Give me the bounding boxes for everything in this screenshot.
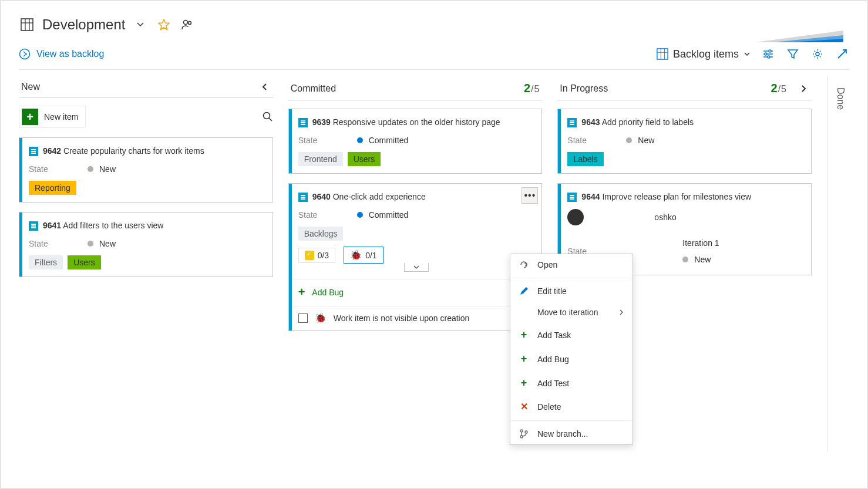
menu-label: Add Test xyxy=(537,379,569,388)
menu-label: Add Bug xyxy=(537,355,569,364)
column-title: Committed xyxy=(291,83,336,94)
column-done-collapsed[interactable]: Done xyxy=(827,76,849,451)
tag-reporting[interactable]: Reporting xyxy=(29,181,76,195)
search-icon[interactable] xyxy=(263,112,273,122)
task-count-pill[interactable]: 0/3 xyxy=(298,248,335,263)
svg-point-4 xyxy=(184,21,188,25)
menu-delete[interactable]: ✕ Delete xyxy=(510,395,633,418)
column-title: In Progress xyxy=(560,83,608,94)
tag-frontend[interactable]: Frontend xyxy=(298,152,343,166)
card-id: 9639 xyxy=(312,117,331,127)
page-header: Development xyxy=(19,13,849,36)
view-as-backlog-label: View as backlog xyxy=(36,49,104,59)
svg-point-21 xyxy=(263,113,270,119)
plus-icon: + xyxy=(519,329,529,341)
svg-point-19 xyxy=(768,56,770,58)
state-label: State xyxy=(298,136,322,145)
card-title: Add filters to the users view xyxy=(63,221,163,230)
tag-backlogs[interactable]: Backlogs xyxy=(298,227,344,241)
card-actions-button[interactable]: ••• xyxy=(522,187,538,204)
card-title: Add priority field to labels xyxy=(602,117,694,127)
filter-icon[interactable] xyxy=(786,47,800,61)
svg-point-24 xyxy=(520,436,523,438)
kanban-board: New + New item xyxy=(19,76,849,451)
assignee-name: oshko xyxy=(590,213,676,222)
plus-icon: + xyxy=(519,377,529,389)
state-value: New xyxy=(694,255,711,264)
menu-open[interactable]: Open xyxy=(510,254,633,275)
column-committed: Committed 2/5 9639 Responsive updates on… xyxy=(288,76,543,451)
state-label: State xyxy=(298,210,322,220)
task-count: 0/3 xyxy=(318,251,329,260)
done-column-label: Done xyxy=(827,76,849,122)
card-id: 9640 xyxy=(312,192,331,201)
menu-label: Edit title xyxy=(537,286,567,296)
fullscreen-icon[interactable] xyxy=(835,47,849,61)
menu-add-task[interactable]: + Add Task xyxy=(510,323,633,347)
settings-sliders-icon[interactable] xyxy=(761,47,775,61)
column-title: New xyxy=(21,82,40,92)
svg-point-9 xyxy=(20,49,30,59)
menu-label: Delete xyxy=(537,402,561,412)
view-as-backlog-link[interactable]: View as backlog xyxy=(19,48,104,60)
add-bug-row[interactable]: + Add Bug xyxy=(289,279,542,306)
state-value: New xyxy=(638,136,654,145)
gear-icon[interactable] xyxy=(810,47,825,61)
state-label: State xyxy=(567,136,591,145)
menu-add-bug[interactable]: + Add Bug xyxy=(510,347,633,371)
chevron-down-icon[interactable] xyxy=(132,16,149,33)
card-9641[interactable]: 9641 Add filters to the users view State… xyxy=(19,212,273,277)
menu-label: Move to iteration xyxy=(537,308,598,317)
tag-users[interactable]: Users xyxy=(348,152,381,166)
menu-new-branch[interactable]: New branch... xyxy=(510,423,633,444)
expand-right-icon[interactable] xyxy=(798,85,809,93)
bug-count: 0/1 xyxy=(365,251,376,260)
pbi-icon xyxy=(567,118,577,127)
menu-add-test[interactable]: + Add Test xyxy=(510,371,633,395)
collapse-left-icon[interactable] xyxy=(259,83,271,91)
svg-point-15 xyxy=(769,50,771,52)
card-id: 9642 xyxy=(43,146,61,156)
favorite-star-icon[interactable] xyxy=(156,16,172,33)
svg-rect-0 xyxy=(21,19,33,31)
column-new: New + New item xyxy=(19,76,273,451)
svg-point-17 xyxy=(765,53,767,55)
state-value: Committed xyxy=(369,210,409,220)
card-context-menu: Open Edit title Move to iteration + Add … xyxy=(510,254,633,445)
svg-line-22 xyxy=(269,118,272,121)
card-title: Create popularity charts for work items xyxy=(63,146,204,156)
plus-icon: + xyxy=(519,353,529,365)
state-label: State xyxy=(29,164,52,174)
toolbar: View as backlog Backlog items xyxy=(19,47,849,70)
tag-users[interactable]: Users xyxy=(68,255,101,269)
state-value: New xyxy=(99,164,116,174)
card-9642[interactable]: 9642 Create popularity charts for work i… xyxy=(19,137,273,203)
card-9639[interactable]: 9639 Responsive updates on the older his… xyxy=(288,109,543,174)
pbi-icon xyxy=(567,193,577,202)
card-id: 9641 xyxy=(43,221,61,230)
pbi-icon xyxy=(298,118,308,127)
svg-point-23 xyxy=(520,430,523,432)
task-icon xyxy=(305,251,314,260)
page-title[interactable]: Development xyxy=(42,16,125,33)
tag-labels[interactable]: Labels xyxy=(567,152,603,166)
wip-current: 2 xyxy=(524,82,531,95)
backlog-level-selector[interactable]: Backlog items xyxy=(657,48,751,60)
pbi-icon xyxy=(29,147,38,156)
child-work-item[interactable]: 🐞 Work item is not visible upon creation xyxy=(289,306,542,331)
sprint-burndown-chart xyxy=(743,13,849,48)
checkbox-icon[interactable] xyxy=(298,313,308,323)
backlog-level-label: Backlog items xyxy=(673,48,739,60)
card-title: Improve release plan for milestones view xyxy=(602,192,751,201)
card-9643[interactable]: 9643 Add priority field to labels State … xyxy=(557,109,812,174)
bug-count-pill[interactable]: 🐞 0/1 xyxy=(344,247,383,264)
card-id: 9643 xyxy=(581,117,600,127)
menu-move-to-iteration[interactable]: Move to iteration xyxy=(510,302,633,323)
wip-current: 2 xyxy=(771,82,778,95)
tag-filters[interactable]: Filters xyxy=(29,255,63,269)
menu-edit-title[interactable]: Edit title xyxy=(510,281,633,302)
team-members-icon[interactable] xyxy=(179,16,196,33)
collapse-checklist-button[interactable] xyxy=(404,263,429,272)
card-9640[interactable]: ••• 9640 One-click add experience State … xyxy=(288,183,543,331)
new-item-button[interactable]: + New item xyxy=(19,106,86,128)
